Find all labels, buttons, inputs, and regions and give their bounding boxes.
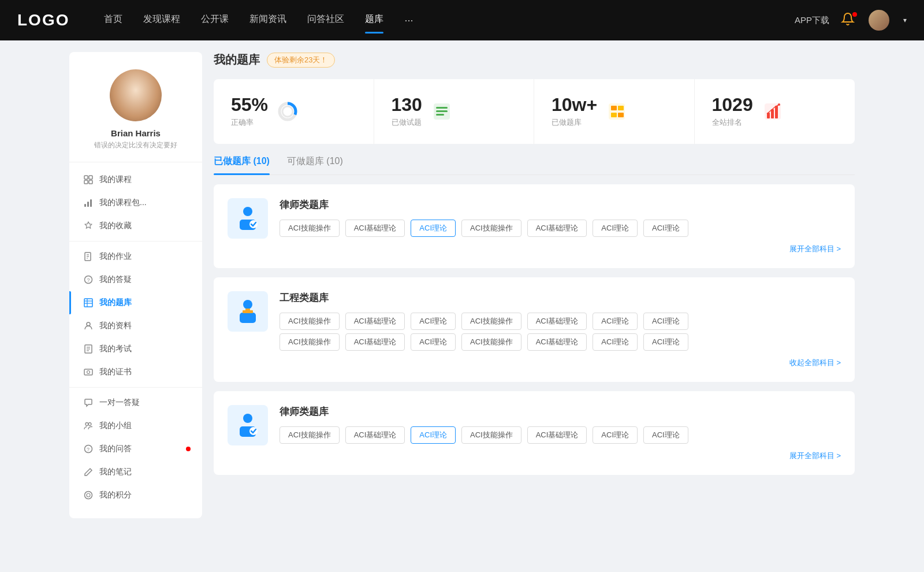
eng-tag-13[interactable]: ACI理论 xyxy=(643,333,688,351)
l2-tag-1[interactable]: ACI基础理论 xyxy=(345,426,405,444)
qbank-lawyer-1-body: 律师类题库 ACI技能操作 ACI基础理论 ACI理论 ACI技能操作 ACI基… xyxy=(280,198,841,254)
avatar-dropdown-arrow[interactable]: ▾ xyxy=(903,16,907,24)
tab-available[interactable]: 可做题库 (10) xyxy=(287,155,343,174)
sidebar-item-mycourse[interactable]: 我的课程 xyxy=(69,168,202,191)
lawyer-person-icon xyxy=(234,205,262,232)
sidebar-item-myanswer[interactable]: ? 我的问答 xyxy=(69,437,202,460)
sidebar-item-mypoints[interactable]: 我的积分 xyxy=(69,484,202,507)
l2-tag-3[interactable]: ACI技能操作 xyxy=(461,426,521,444)
l2-tag-2[interactable]: ACI理论 xyxy=(411,426,456,444)
eng-tag-9[interactable]: ACI理论 xyxy=(411,333,456,351)
sidebar-item-homework[interactable]: 我的作业 xyxy=(69,245,202,268)
l2-tag-4[interactable]: ACI基础理论 xyxy=(527,426,587,444)
qbank-card-lawyer-1: 律师类题库 ACI技能操作 ACI基础理论 ACI理论 ACI技能操作 ACI基… xyxy=(214,184,855,268)
notification-dot xyxy=(852,12,857,17)
nav-more[interactable]: ··· xyxy=(404,14,413,27)
eng-tag-1[interactable]: ACI基础理论 xyxy=(345,313,405,330)
notification-bell[interactable] xyxy=(841,12,857,28)
svg-point-29 xyxy=(87,493,90,497)
chat-icon xyxy=(83,398,94,408)
help-icon: ? xyxy=(83,274,94,285)
tag-2[interactable]: ACI理论 xyxy=(411,220,456,237)
qbank-lawyer-2-body: 律师类题库 ACI技能操作 ACI基础理论 ACI理论 ACI技能操作 ACI基… xyxy=(280,405,841,461)
sidebar-item-mygroup[interactable]: 我的小组 xyxy=(69,414,202,437)
eng-tag-6[interactable]: ACI理论 xyxy=(643,313,688,330)
sidebar-item-coursepack[interactable]: 我的课程包... xyxy=(69,191,202,214)
nav-discover[interactable]: 发现课程 xyxy=(143,13,180,28)
qbank-lawyer-2-tags: ACI技能操作 ACI基础理论 ACI理论 ACI技能操作 ACI基础理论 AC… xyxy=(280,426,841,444)
stat-accuracy-text: 55% 正确率 xyxy=(231,95,268,128)
eng-tag-5[interactable]: ACI理论 xyxy=(593,313,638,330)
eng-tag-2[interactable]: ACI理论 xyxy=(411,313,456,330)
eng-tag-11[interactable]: ACI基础理论 xyxy=(527,333,587,351)
sidebar-profile: Brian Harris 错误的决定比没有决定要好 xyxy=(69,69,202,162)
svg-rect-44 xyxy=(771,109,774,118)
svg-rect-22 xyxy=(84,369,92,375)
expand-link-3[interactable]: 展开全部科目 > xyxy=(280,447,841,461)
stats-row: 55% 正确率 130 已做试题 xyxy=(214,79,855,144)
sidebar: Brian Harris 错误的决定比没有决定要好 我的课程 我的课程包... xyxy=(69,52,202,518)
sidebar-item-oneone[interactable]: 一对一答疑 xyxy=(69,391,202,414)
nav-qbank[interactable]: 题库 xyxy=(365,13,383,28)
avatar[interactable] xyxy=(869,10,889,31)
svg-point-47 xyxy=(243,207,252,216)
sidebar-label-favorites: 我的收藏 xyxy=(99,221,132,231)
tag-5[interactable]: ACI理论 xyxy=(593,220,638,237)
nav-news[interactable]: 新闻资讯 xyxy=(249,13,286,28)
svg-rect-0 xyxy=(84,176,88,179)
qbank-lawyer-2-title: 律师类题库 xyxy=(280,405,841,418)
svg-rect-45 xyxy=(775,106,778,118)
l2-tag-5[interactable]: ACI理论 xyxy=(593,426,638,444)
sidebar-label-mypoints: 我的积分 xyxy=(99,490,132,500)
eng-tag-12[interactable]: ACI理论 xyxy=(593,333,638,351)
app-download-link[interactable]: APP下载 xyxy=(795,15,829,26)
tabs-row: 已做题库 (10) 可做题库 (10) xyxy=(214,155,855,175)
collapse-link[interactable]: 收起全部科目 > xyxy=(280,354,841,368)
rank-label: 全站排名 xyxy=(712,117,753,128)
svg-rect-38 xyxy=(611,106,617,110)
divider2 xyxy=(69,387,202,388)
nav-qa[interactable]: 问答社区 xyxy=(307,13,344,28)
sidebar-item-myexam[interactable]: 我的考试 xyxy=(69,337,202,361)
sidebar-item-mynotes[interactable]: 我的笔记 xyxy=(69,460,202,484)
sidebar-item-mydata[interactable]: 我的资料 xyxy=(69,314,202,337)
pie-chart-icon xyxy=(277,101,298,122)
sidebar-item-mycert[interactable]: 我的证书 xyxy=(69,361,202,384)
eng-tag-7[interactable]: ACI技能操作 xyxy=(280,333,340,351)
navbar: LOGO 首页 发现课程 公开课 新闻资讯 问答社区 题库 ··· APP下载 … xyxy=(0,0,924,40)
tag-1[interactable]: ACI基础理论 xyxy=(345,220,405,237)
stat-rank-text: 1029 全站排名 xyxy=(712,95,753,128)
tag-3[interactable]: ACI技能操作 xyxy=(461,220,521,237)
qbank-lawyer-1-tags: ACI技能操作 ACI基础理论 ACI理论 ACI技能操作 ACI基础理论 AC… xyxy=(280,220,841,237)
sidebar-label-coursepack: 我的课程包... xyxy=(99,198,147,208)
svg-rect-40 xyxy=(611,113,617,117)
eng-tag-8[interactable]: ACI基础理论 xyxy=(345,333,405,351)
eng-tag-0[interactable]: ACI技能操作 xyxy=(280,313,340,330)
tag-0[interactable]: ACI技能操作 xyxy=(280,220,340,237)
sidebar-item-myqa[interactable]: ? 我的答疑 xyxy=(69,268,202,291)
svg-point-54 xyxy=(243,414,252,423)
star-icon xyxy=(83,221,94,231)
eng-tag-10[interactable]: ACI技能操作 xyxy=(461,333,521,351)
eng-tag-4[interactable]: ACI基础理论 xyxy=(527,313,587,330)
nav-opencourse[interactable]: 公开课 xyxy=(201,13,229,28)
eng-tag-3[interactable]: ACI技能操作 xyxy=(461,313,521,330)
svg-point-25 xyxy=(88,423,91,426)
l2-tag-6[interactable]: ACI理论 xyxy=(643,426,688,444)
bar-icon xyxy=(83,198,94,208)
tag-4[interactable]: ACI基础理论 xyxy=(527,220,587,237)
expand-link-1[interactable]: 展开全部科目 > xyxy=(280,240,841,254)
rank-chart-icon xyxy=(762,101,783,122)
sidebar-item-qbank[interactable]: 我的题库 xyxy=(69,291,202,314)
sidebar-item-favorites[interactable]: 我的收藏 xyxy=(69,214,202,237)
tab-done[interactable]: 已做题库 (10) xyxy=(214,155,270,174)
main-layout: Brian Harris 错误的决定比没有决定要好 我的课程 我的课程包... xyxy=(58,40,866,572)
nav-home[interactable]: 首页 xyxy=(104,13,122,28)
tag-6[interactable]: ACI理论 xyxy=(643,220,688,237)
l2-tag-0[interactable]: ACI技能操作 xyxy=(280,426,340,444)
table-icon xyxy=(83,298,94,308)
accuracy-value: 55% xyxy=(231,95,268,114)
svg-point-17 xyxy=(87,322,90,326)
svg-rect-3 xyxy=(89,180,92,184)
page-header: 我的题库 体验剩余23天！ xyxy=(214,52,855,68)
